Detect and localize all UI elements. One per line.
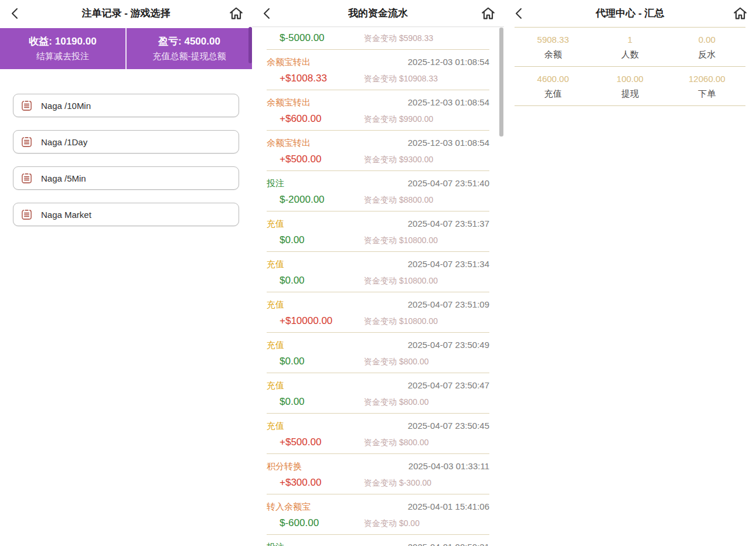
entry-amount-line: $0.00资金变动 $10800.00 xyxy=(267,273,489,288)
entry-amount: +$10000.00 xyxy=(267,313,364,329)
game-label: Naga /1Day xyxy=(41,137,87,147)
entry-timestamp: 2025-12-03 01:08:54 xyxy=(408,135,489,151)
entry-amount-line: $0.00资金变动 $800.00 xyxy=(267,354,489,369)
home-icon[interactable] xyxy=(229,6,244,21)
entry-amount: +$500.00 xyxy=(267,435,364,450)
game-button[interactable]: Naga /10Min xyxy=(13,94,239,117)
entry-timestamp: 2025-04-01 15:41:06 xyxy=(408,499,489,514)
pnl-value: 盈亏: 4500.00 xyxy=(127,34,252,49)
panel-agent-summary: 代理中心 - 汇总 5908.33余额1人数0.00反水4600.00充值100… xyxy=(504,0,756,546)
entry-type-line: 充值2025-04-07 23:51:37 xyxy=(267,216,489,231)
entry-amount-line: +$10000.00资金变动 $10800.00 xyxy=(267,313,489,329)
entry-amount: $0.00 xyxy=(267,233,364,248)
entry-balance-change: 资金变动 $-300.00 xyxy=(364,478,431,487)
entry-amount-line: +$600.00资金变动 $9900.00 xyxy=(267,111,489,127)
entry-timestamp: 2025-04-07 23:51:37 xyxy=(408,216,489,231)
entry-type: 转入余额宝 xyxy=(267,499,311,514)
entry-amount: +$300.00 xyxy=(267,475,364,490)
header-fund-flow: 我的资金流水 xyxy=(252,0,504,27)
entry-balance-change: 资金变动 $10908.33 xyxy=(364,74,438,83)
entry-amount: $0.00 xyxy=(267,273,364,288)
entry-balance-change: 资金变动 $800.00 xyxy=(364,357,429,366)
pnl-caption: 充值总额-提现总额 xyxy=(127,49,252,63)
stat-value: 100.00 xyxy=(591,72,668,86)
game-button[interactable]: Naga /5Min xyxy=(13,166,239,190)
entry-balance-change: 资金变动 $800.00 xyxy=(364,397,429,407)
stat-value: 12060.00 xyxy=(669,72,745,86)
entry-amount-line: +$500.00资金变动 $800.00 xyxy=(267,435,489,450)
entry-type-line: 余额宝转出2025-12-03 01:08:54 xyxy=(267,135,489,151)
entry-type: 充值 xyxy=(267,297,284,312)
fund-entry: 充值2025-04-07 23:51:09+$10000.00资金变动 $108… xyxy=(267,292,489,333)
entry-timestamp: 2025-12-03 01:08:54 xyxy=(408,54,489,70)
note-icon xyxy=(21,172,33,185)
fund-entry: 投注2025-04-07 23:51:40$-2000.00资金变动 $8800… xyxy=(267,171,489,211)
entry-type-line: 转入余额宝2025-04-01 15:41:06 xyxy=(267,499,489,514)
entry-amount-line: +$1008.33资金变动 $10908.33 xyxy=(267,71,489,86)
panel-fund-flow: 我的资金流水 $-5000.00资金变动 $5908.33余额宝转出2025-1… xyxy=(252,0,504,546)
entry-timestamp: 2025-04-01 00:50:31 xyxy=(408,540,489,546)
entry-type-line: 充值2025-04-07 23:50:45 xyxy=(267,418,489,434)
agent-stats: 5908.33余额1人数0.00反水4600.00充值100.00提现12060… xyxy=(515,27,745,106)
page-title: 注单记录 - 游戏选择 xyxy=(0,0,252,27)
page-title: 代理中心 - 汇总 xyxy=(504,0,756,27)
game-label: Naga /10Min xyxy=(41,101,91,111)
entry-type-line: 余额宝转出2025-12-03 01:08:54 xyxy=(267,54,489,70)
entry-type: 余额宝转出 xyxy=(267,95,311,110)
fund-entry: 积分转换2025-04-03 01:33:11+$300.00资金变动 $-30… xyxy=(267,454,489,494)
entry-amount: $0.00 xyxy=(267,394,364,409)
entry-balance-change: 资金变动 $10800.00 xyxy=(364,316,438,326)
scrollbar-thumb[interactable] xyxy=(499,28,503,136)
home-icon[interactable] xyxy=(733,6,748,21)
entry-timestamp: 2025-04-07 23:50:49 xyxy=(408,337,489,353)
stat-label: 充值 xyxy=(515,86,591,101)
stat-cell: 5908.33余额 xyxy=(515,33,591,62)
fund-entry: 充值2025-04-07 23:50:47$0.00资金变动 $800.00 xyxy=(267,373,489,414)
pnl-summary: 盈亏: 4500.00 充值总额-提现总额 xyxy=(125,28,252,69)
entry-type-line: 余额宝转出2025-12-03 01:08:54 xyxy=(267,95,489,110)
fund-entry: 充值2025-04-07 23:51:37$0.00资金变动 $10800.00 xyxy=(267,211,489,252)
stat-label: 余额 xyxy=(515,47,591,62)
entry-type-line: 投注2025-04-07 23:51:40 xyxy=(267,176,489,191)
entry-amount-line: $-600.00资金变动 $0.00 xyxy=(267,516,489,531)
entry-timestamp: 2025-04-07 23:50:47 xyxy=(408,378,489,393)
panel-bet-records: 注单记录 - 游戏选择 收益: 10190.00 结算减去投注 盈亏: 4500… xyxy=(0,0,252,546)
entry-type-line: 充值2025-04-07 23:50:49 xyxy=(267,337,489,353)
stat-cell: 4600.00充值 xyxy=(515,72,591,101)
fund-entry: 充值2025-04-07 23:51:34$0.00资金变动 $10800.00 xyxy=(267,252,489,292)
stat-row: 4600.00充值100.00提现12060.00下单 xyxy=(515,67,745,106)
stat-cell: 100.00提现 xyxy=(591,72,668,101)
entry-type-line: 积分转换2025-04-03 01:33:11 xyxy=(267,459,489,474)
home-icon[interactable] xyxy=(481,6,496,21)
entry-amount: $-600.00 xyxy=(267,516,364,531)
funds-list: $-5000.00资金变动 $5908.33余额宝转出2025-12-03 01… xyxy=(267,27,489,546)
page-title: 我的资金流水 xyxy=(252,0,504,27)
stat-label: 下单 xyxy=(669,86,745,101)
entry-type: 充值 xyxy=(267,257,284,272)
note-icon xyxy=(21,100,33,112)
header-bet-records: 注单记录 - 游戏选择 xyxy=(0,0,252,27)
profit-value: 收益: 10190.00 xyxy=(0,34,125,49)
stat-cell: 0.00反水 xyxy=(669,33,745,62)
entry-amount: +$500.00 xyxy=(267,152,364,167)
fund-entry: 余额宝转出2025-12-03 01:08:54+$500.00资金变动 $93… xyxy=(267,131,489,171)
entry-type-line: 充值2025-04-07 23:51:34 xyxy=(267,257,489,272)
fund-entry: 余额宝转出2025-12-03 01:08:54+$600.00资金变动 $99… xyxy=(267,90,489,131)
entry-balance-change: 资金变动 $10800.00 xyxy=(364,276,438,285)
entry-amount-line: +$300.00资金变动 $-300.00 xyxy=(267,475,489,490)
entry-timestamp: 2025-04-07 23:51:40 xyxy=(408,176,489,191)
game-button[interactable]: Naga /1Day xyxy=(13,130,239,153)
game-button[interactable]: Naga Market xyxy=(13,203,239,226)
stat-value: 5908.33 xyxy=(515,33,591,47)
fund-entry: 投注2025-04-01 00:50:31 xyxy=(267,535,489,546)
fund-entry: 余额宝转出2025-12-03 01:08:54+$1008.33资金变动 $1… xyxy=(267,50,489,90)
stat-row: 5908.33余额1人数0.00反水 xyxy=(515,28,745,67)
entry-amount: $-2000.00 xyxy=(267,192,364,207)
entry-amount-line: $0.00资金变动 $10800.00 xyxy=(267,233,489,248)
entry-type: 投注 xyxy=(267,176,284,191)
game-label: Naga Market xyxy=(41,210,91,220)
entry-type: 充值 xyxy=(267,378,284,393)
profit-summary: 收益: 10190.00 结算减去投注 xyxy=(0,28,125,69)
entry-balance-change: 资金变动 $10800.00 xyxy=(364,236,438,245)
entry-timestamp: 2025-04-07 23:51:09 xyxy=(408,297,489,312)
